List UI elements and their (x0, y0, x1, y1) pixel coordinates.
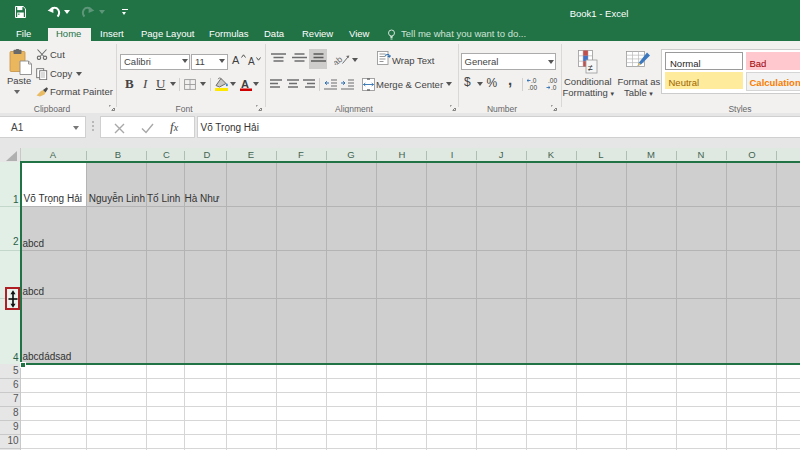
svg-text:.0: .0 (551, 84, 557, 90)
svg-text:≠: ≠ (588, 63, 593, 73)
svg-text:A: A (241, 78, 249, 90)
svg-text:.00: .00 (528, 84, 537, 90)
